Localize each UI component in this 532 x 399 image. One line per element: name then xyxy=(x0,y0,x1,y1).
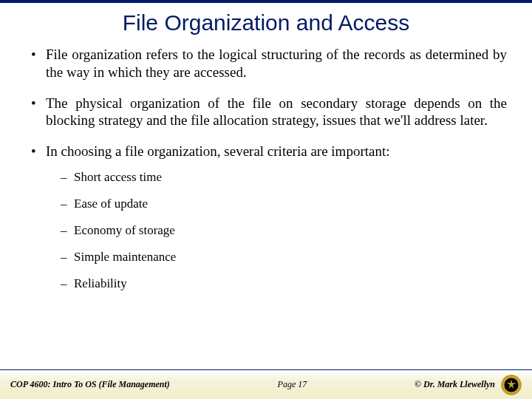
footer-bar: COP 4600: Intro To OS (File Management) … xyxy=(0,369,532,399)
sub-bullet-item: Economy of storage xyxy=(46,222,507,239)
bullet-text: In choosing a file organization, several… xyxy=(46,143,390,159)
footer-author: © Dr. Mark Llewellyn xyxy=(415,379,495,390)
footer-course: COP 4600: Intro To OS (File Management) xyxy=(10,379,170,390)
bullet-list: File organization refers to the logical … xyxy=(30,46,507,292)
sub-bullet-list: Short access time Ease of update Economy… xyxy=(46,169,507,292)
sub-bullet-item: Simple maintenance xyxy=(46,249,507,265)
sub-bullet-item: Short access time xyxy=(46,169,507,185)
slide-title: File Organization and Access xyxy=(0,10,532,35)
bullet-item: The physical organization of the file on… xyxy=(30,95,507,130)
bullet-item: In choosing a file organization, several… xyxy=(30,143,507,292)
ucf-seal-icon xyxy=(501,375,522,395)
sub-bullet-item: Ease of update xyxy=(46,196,507,212)
slide: File Organization and Access File organi… xyxy=(0,0,532,399)
footer-author-group: © Dr. Mark Llewellyn xyxy=(415,375,522,395)
footer-page: Page 17 xyxy=(170,379,415,390)
bullet-text: The physical organization of the file on… xyxy=(46,95,507,129)
bullet-text: File organization refers to the logical … xyxy=(46,47,507,80)
slide-body: File organization refers to the logical … xyxy=(0,46,532,292)
sub-bullet-item: Reliability xyxy=(46,276,507,292)
bullet-item: File organization refers to the logical … xyxy=(30,46,507,81)
